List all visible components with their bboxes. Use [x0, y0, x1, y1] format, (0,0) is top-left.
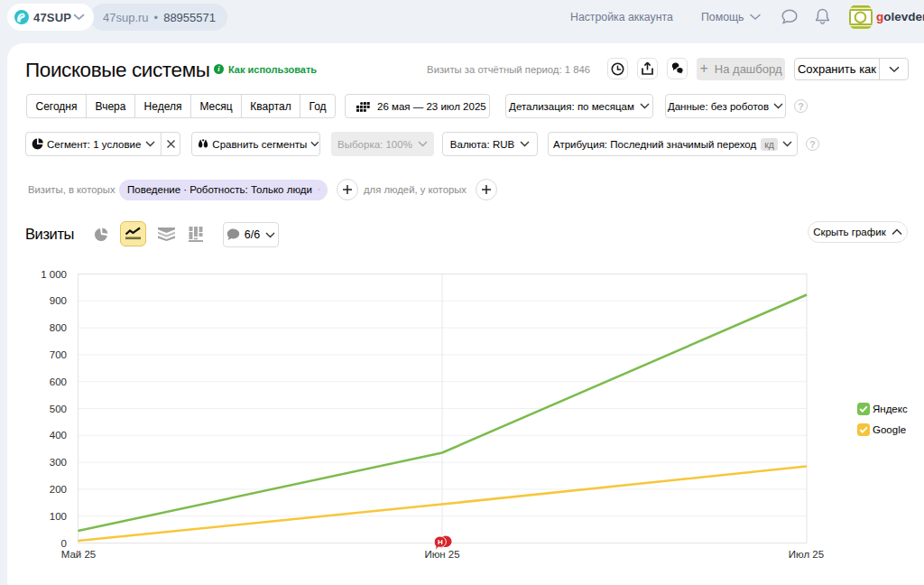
svg-text:Май 25: Май 25: [61, 549, 97, 560]
svg-text:100: 100: [50, 511, 67, 522]
svg-text:Июл 25: Июл 25: [789, 549, 824, 560]
svg-text:200: 200: [50, 484, 67, 495]
svg-text:400: 400: [50, 430, 67, 441]
svg-text:700: 700: [50, 349, 67, 360]
svg-text:300: 300: [50, 457, 67, 468]
svg-text:800: 800: [50, 322, 67, 333]
svg-text:900: 900: [50, 295, 67, 306]
svg-text:0: 0: [61, 538, 67, 549]
svg-text:Н: Н: [438, 538, 443, 546]
svg-text:500: 500: [50, 404, 67, 414]
svg-text:600: 600: [50, 376, 67, 387]
svg-text:Июн 25: Июн 25: [424, 549, 459, 560]
svg-text:1 000: 1 000: [41, 269, 67, 280]
